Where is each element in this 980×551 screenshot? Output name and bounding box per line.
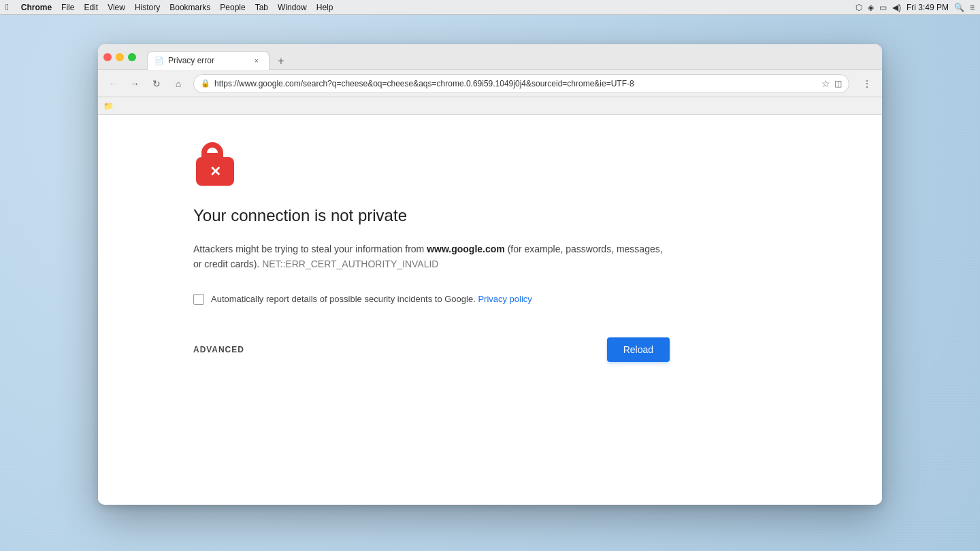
tab-bar: 📄 Privacy error × + [144,47,290,70]
tab-title: Privacy error [168,56,247,65]
menubar-bookmarks[interactable]: Bookmarks [169,3,210,12]
lock-x-mark: ✕ [210,165,221,178]
address-text: https://www.google.com/search?q=cheese&o… [214,79,817,88]
menubar-people[interactable]: People [220,3,245,12]
extensions-button[interactable]: ⋮ [858,74,877,93]
menubar-view[interactable]: View [108,3,125,12]
lock-icon-container: ✕ [193,142,670,186]
bookmarks-folder-icon: 📁 [103,101,114,111]
reader-mode-icon[interactable]: ◫ [834,79,842,88]
maximize-button[interactable] [128,53,136,61]
active-tab[interactable]: 📄 Privacy error × [147,51,270,70]
error-description-before: Attackers might be trying to steal your … [193,244,427,254]
menubar-left:  Chrome File Edit View History Bookmark… [5,2,333,12]
new-tab-button[interactable]: + [272,52,290,70]
error-description: Attackers might be trying to steal your … [193,241,670,272]
back-button[interactable]: ← [103,74,122,93]
privacy-policy-link[interactable]: Privacy policy [478,294,532,304]
checkbox-label: Automatically report details of possible… [211,294,532,304]
menubar-tab[interactable]: Tab [255,3,268,12]
auto-report-checkbox[interactable] [193,294,204,305]
airplay-icon: ▭ [879,3,887,12]
bookmarks-bar: 📁 [98,97,882,115]
forward-button[interactable]: → [125,74,144,93]
apple-menu[interactable]:  [5,2,9,12]
lock-shackle [201,142,223,158]
reload-button[interactable]: Reload [607,337,670,362]
error-title: Your connection is not private [193,206,670,225]
error-code: NET::ERR_CERT_AUTHORITY_INVALID [262,258,438,269]
menubar-window[interactable]: Window [278,3,307,12]
title-bar: 📄 Privacy error × + [98,44,882,70]
clock: Fri 3:49 PM [906,3,949,12]
tab-close-button[interactable]: × [251,55,262,66]
menubar-help[interactable]: Help [316,3,333,12]
chrome-window: 📄 Privacy error × + ← → ↻ ⌂ 🔒 https://ww… [98,44,882,505]
menubar:  Chrome File Edit View History Bookmark… [0,0,980,15]
nav-right-buttons: ⋮ [858,74,877,93]
bottom-buttons: ADVANCED Reload [193,337,670,362]
error-domain: www.google.com [427,244,505,254]
volume-icon: ◀) [892,3,901,12]
notification-icon[interactable]: ≡ [970,3,975,12]
minimize-button[interactable] [116,53,124,61]
home-button[interactable]: ⌂ [169,74,188,93]
page-content: ✕ Your connection is not private Attacke… [98,115,882,505]
checkbox-row: Automatically report details of possible… [193,294,670,305]
error-container: ✕ Your connection is not private Attacke… [193,142,670,362]
privacy-error-icon: ✕ [193,142,237,186]
advanced-button[interactable]: ADVANCED [193,339,244,360]
security-icon: 🔒 [201,79,210,88]
lock-body: ✕ [196,157,234,186]
window-controls [103,53,136,61]
bookmark-star-icon[interactable]: ☆ [821,78,830,89]
menubar-history[interactable]: History [135,3,160,12]
wifi-icon: ◈ [868,3,874,12]
close-button[interactable] [103,53,112,61]
status-icon-1: ⬡ [855,3,862,12]
address-bar[interactable]: 🔒 https://www.google.com/search?q=cheese… [193,74,849,93]
menubar-chrome[interactable]: Chrome [21,3,52,12]
reload-nav-button[interactable]: ↻ [147,74,166,93]
menubar-right: ⬡ ◈ ▭ ◀) Fri 3:49 PM 🔍 ≡ [855,3,975,12]
tab-favicon: 📄 [154,56,164,65]
navigation-bar: ← → ↻ ⌂ 🔒 https://www.google.com/search?… [98,70,882,97]
menubar-file[interactable]: File [61,3,74,12]
menubar-edit[interactable]: Edit [84,3,98,12]
search-icon[interactable]: 🔍 [954,3,964,12]
